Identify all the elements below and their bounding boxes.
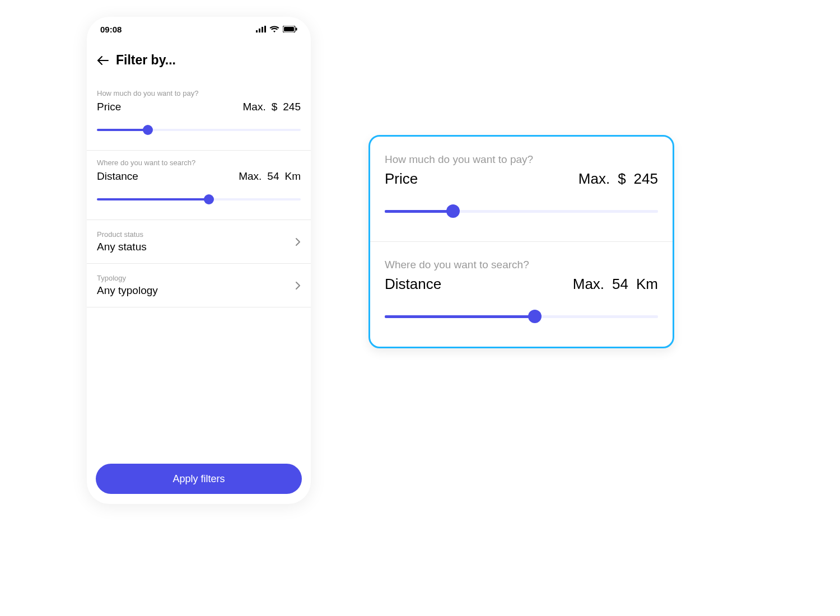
status-time: 09:08 [100, 25, 122, 34]
slider-fill [385, 315, 535, 318]
price-max-label: Max. [243, 101, 266, 113]
detail-price-amount: 245 [634, 170, 658, 188]
product-status-row[interactable]: Product status Any status [87, 220, 311, 264]
slider-thumb[interactable] [143, 125, 153, 135]
detail-price-max-label: Max. [578, 170, 610, 188]
price-amount: 245 [283, 101, 301, 113]
distance-value: Max. 54 Km [239, 170, 301, 183]
detail-price-value: Max. $ 245 [578, 170, 658, 188]
detail-price-hint: How much do you want to pay? [385, 153, 658, 166]
header: Filter by... [87, 41, 311, 81]
svg-rect-2 [262, 27, 263, 32]
status-value: Any status [97, 241, 301, 253]
distance-hint: Where do you want to search? [97, 158, 301, 167]
typology-value: Any typology [97, 284, 301, 297]
slider-fill [385, 210, 453, 213]
battery-icon [283, 26, 297, 32]
detail-distance-max-label: Max. [573, 276, 604, 293]
price-slider[interactable] [97, 124, 301, 136]
svg-rect-6 [296, 28, 297, 31]
detail-price-label: Price [385, 170, 418, 188]
slider-thumb[interactable] [446, 204, 460, 218]
slider-thumb[interactable] [204, 194, 214, 204]
detail-card: How much do you want to pay? Price Max. … [368, 135, 674, 348]
svg-rect-3 [264, 26, 266, 32]
status-hint: Product status [97, 230, 301, 239]
price-value: Max. $ 245 [243, 101, 301, 113]
phone-mockup: 09:08 [87, 17, 311, 504]
distance-slider[interactable] [97, 194, 301, 205]
svg-rect-0 [256, 30, 258, 32]
status-icons [256, 26, 297, 33]
distance-max-label: Max. [239, 170, 262, 183]
price-label: Price [97, 101, 121, 113]
detail-distance-amount: 54 [612, 276, 628, 293]
detail-price-section: How much do you want to pay? Price Max. … [370, 137, 673, 241]
detail-price-currency: $ [618, 170, 626, 188]
typology-row[interactable]: Typology Any typology [87, 264, 311, 307]
slider-fill [97, 129, 148, 131]
price-hint: How much do you want to pay? [97, 89, 301, 97]
signal-icon [256, 26, 266, 32]
chevron-right-icon [295, 281, 301, 290]
price-currency: $ [272, 101, 278, 113]
status-bar: 09:08 [87, 17, 311, 41]
apply-filters-button[interactable]: Apply filters [96, 464, 302, 494]
detail-distance-slider[interactable] [385, 310, 658, 323]
typology-hint: Typology [97, 274, 301, 282]
detail-distance-hint: Where do you want to search? [385, 259, 658, 271]
detail-distance-value: Max. 54 Km [573, 276, 658, 293]
slider-fill [97, 198, 209, 200]
slider-thumb[interactable] [528, 310, 542, 323]
distance-unit: Km [285, 170, 301, 183]
back-arrow-icon[interactable] [97, 55, 109, 66]
detail-distance-label: Distance [385, 276, 441, 293]
detail-price-slider[interactable] [385, 204, 658, 218]
page-title: Filter by... [116, 53, 176, 68]
distance-label: Distance [97, 170, 138, 183]
footer: Apply filters [87, 464, 311, 504]
price-filter-section: How much do you want to pay? Price Max. … [87, 81, 311, 151]
svg-rect-1 [259, 29, 260, 32]
detail-distance-section: Where do you want to search? Distance Ma… [370, 241, 673, 347]
distance-filter-section: Where do you want to search? Distance Ma… [87, 151, 311, 220]
chevron-right-icon [295, 237, 301, 246]
svg-rect-5 [284, 27, 294, 31]
wifi-icon [269, 26, 279, 33]
distance-amount: 54 [267, 170, 279, 183]
detail-distance-unit: Km [636, 276, 658, 293]
